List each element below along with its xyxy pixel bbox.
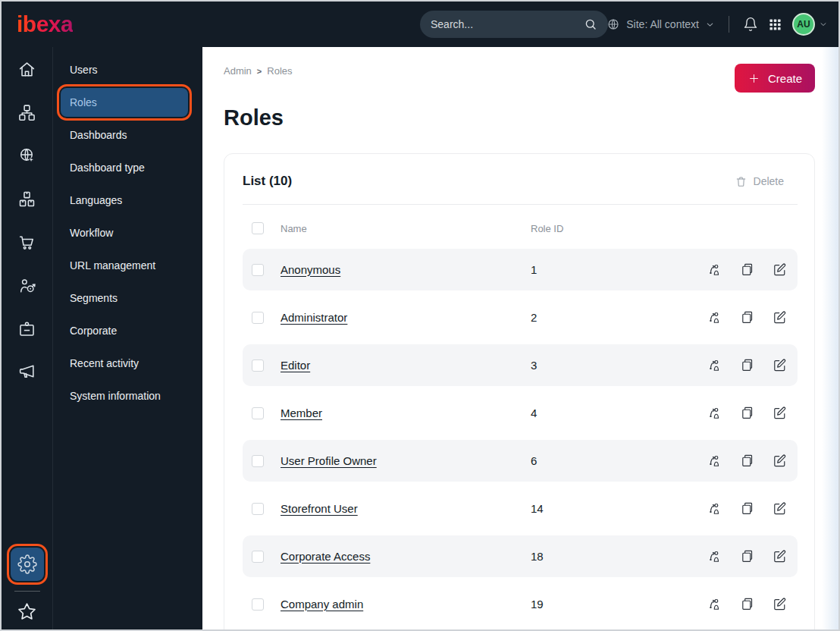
sidebar-item-users[interactable]: Users	[61, 55, 188, 84]
edit-button[interactable]	[773, 358, 787, 372]
select-all-checkbox[interactable]	[252, 222, 264, 234]
row-checkbox[interactable]	[252, 407, 264, 419]
app-switcher-button[interactable]	[769, 18, 782, 31]
topbar-divider	[729, 16, 729, 33]
copy-button[interactable]	[740, 262, 754, 277]
edit-button[interactable]	[773, 406, 787, 420]
search-input[interactable]	[420, 11, 608, 38]
edit-button[interactable]	[773, 501, 787, 516]
edit-button[interactable]	[773, 454, 787, 468]
user-menu[interactable]: AU	[792, 13, 828, 36]
assign-user-button[interactable]	[707, 262, 722, 277]
sidebar-item-languages[interactable]: Languages	[61, 186, 188, 215]
role-name-link[interactable]: Storefront User	[281, 502, 358, 515]
product-catalog-icon[interactable]	[17, 189, 36, 209]
role-name-link[interactable]: Corporate Access	[281, 550, 370, 563]
copy-button[interactable]	[740, 597, 754, 611]
commerce-cart-icon[interactable]	[17, 232, 36, 252]
copy-button[interactable]	[740, 454, 754, 468]
notifications-button[interactable]	[743, 17, 758, 32]
row-checkbox[interactable]	[252, 264, 264, 276]
edit-button[interactable]	[773, 549, 787, 564]
role-name-link[interactable]: Company admin	[281, 598, 363, 611]
app-window: ibexa Site: All context	[0, 0, 840, 631]
assign-user-button[interactable]	[707, 549, 722, 564]
scrollbar[interactable]	[822, 47, 838, 629]
admin-settings-button[interactable]	[11, 548, 44, 581]
icon-rail	[2, 47, 53, 629]
row-checkbox[interactable]	[252, 312, 264, 324]
sidebar-item-workflow[interactable]: Workflow	[61, 218, 188, 247]
ibexa-logo[interactable]: ibexa	[17, 13, 73, 36]
search-field[interactable]	[431, 18, 584, 30]
breadcrumb-item-admin[interactable]: Admin	[224, 65, 252, 77]
sidebar-item-url-management[interactable]: URL management	[61, 251, 188, 280]
role-name-link[interactable]: Administrator	[281, 311, 347, 324]
row-checkbox[interactable]	[252, 359, 264, 372]
sidebar-item-segments[interactable]: Segments	[61, 284, 188, 312]
sidebar-item-corporate[interactable]: Corporate	[61, 316, 188, 345]
copy-button[interactable]	[740, 310, 754, 325]
sidebar-item-label: URL management	[70, 259, 155, 272]
home-icon[interactable]	[17, 59, 36, 79]
delete-button-label: Delete	[754, 175, 784, 187]
assign-user-icon	[707, 549, 722, 564]
row-checkbox[interactable]	[252, 551, 264, 563]
copy-icon	[740, 310, 754, 325]
table-row: Company admin19	[243, 583, 798, 625]
corporate-badge-icon[interactable]	[17, 319, 36, 338]
chevron-down-icon	[819, 20, 828, 29]
create-button[interactable]: Create	[735, 64, 815, 93]
copy-icon	[740, 501, 754, 516]
delete-button[interactable]: Delete	[735, 175, 784, 188]
marketing-megaphone-icon[interactable]	[17, 362, 36, 381]
personalization-target-icon[interactable]	[17, 275, 36, 295]
sidebar-item-label: System information	[70, 390, 161, 402]
column-header-role-id: Role ID	[531, 223, 673, 234]
site-context-label: Site: All context	[626, 18, 699, 30]
sidebar-item-system-information[interactable]: System information	[61, 381, 188, 410]
assign-user-button[interactable]	[707, 454, 722, 468]
role-name-link[interactable]: User Profile Owner	[281, 454, 377, 467]
row-actions	[673, 549, 787, 564]
sidebar-item-roles[interactable]: Roles	[61, 88, 188, 117]
table-row: Administrator2	[243, 297, 798, 338]
breadcrumb: Admin > Roles	[224, 47, 815, 77]
site-context-selector[interactable]: Site: All context	[606, 17, 715, 31]
assign-user-button[interactable]	[707, 358, 722, 372]
row-checkbox[interactable]	[252, 503, 264, 515]
role-name-link[interactable]: Member	[281, 407, 322, 419]
assign-user-button[interactable]	[707, 406, 722, 420]
edit-button[interactable]	[773, 262, 787, 277]
edit-button[interactable]	[773, 310, 787, 325]
sidebar-item-label: Languages	[70, 194, 122, 206]
site-icon[interactable]	[17, 146, 36, 165]
sidebar-item-dashboard-type[interactable]: Dashboard type	[61, 153, 188, 182]
copy-button[interactable]	[740, 549, 754, 564]
row-actions	[673, 454, 787, 468]
roles-list-card: List (10) Delete	[224, 153, 815, 629]
trash-icon	[735, 175, 748, 188]
sidebar-item-dashboards[interactable]: Dashboards	[61, 121, 188, 149]
copy-button[interactable]	[740, 501, 754, 516]
main-content: Admin > Roles Create Roles List (10)	[202, 47, 838, 629]
create-button-label: Create	[768, 72, 802, 85]
breadcrumb-item-roles[interactable]: Roles	[267, 65, 292, 77]
row-checkbox[interactable]	[252, 455, 264, 467]
edit-button[interactable]	[773, 597, 787, 611]
copy-button[interactable]	[740, 406, 754, 420]
copy-button[interactable]	[740, 358, 754, 372]
content-tree-icon[interactable]	[17, 102, 36, 122]
app-grid-icon	[769, 18, 782, 31]
sidebar-item-label: Dashboard type	[70, 162, 145, 174]
assign-user-button[interactable]	[707, 501, 722, 516]
role-name-link[interactable]: Anonymous	[281, 263, 340, 276]
favorites-star-icon[interactable]	[17, 601, 37, 622]
topbar-right-cluster: Site: All context	[606, 2, 828, 47]
row-checkbox[interactable]	[252, 598, 264, 611]
assign-user-button[interactable]	[707, 597, 722, 611]
role-name-link[interactable]: Editor	[281, 359, 310, 372]
list-card-header: List (10) Delete	[224, 154, 814, 204]
assign-user-button[interactable]	[707, 310, 722, 325]
sidebar-item-recent-activity[interactable]: Recent activity	[61, 349, 188, 378]
